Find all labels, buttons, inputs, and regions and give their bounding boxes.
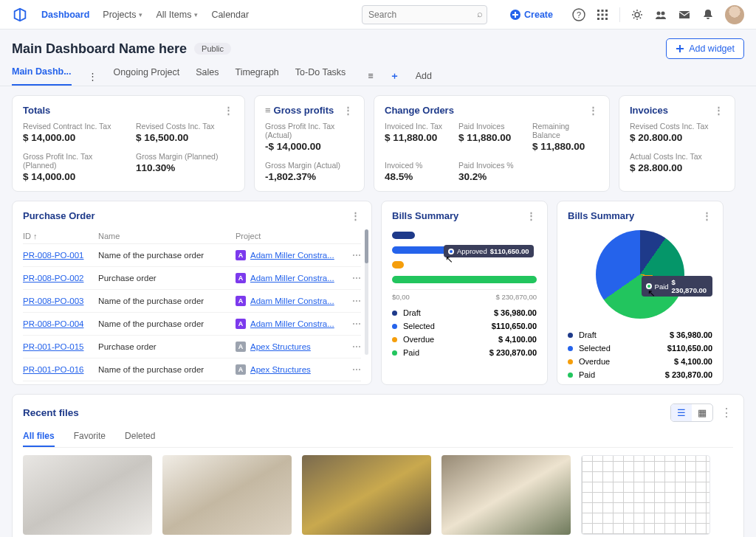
po-id-link[interactable]: PR-001-PO-015 xyxy=(23,342,83,351)
file-thumbnail[interactable] xyxy=(162,455,292,535)
apps-grid-icon[interactable] xyxy=(596,8,609,21)
card-kebab[interactable]: ⋮ xyxy=(714,105,724,116)
page-title: Main Dashboard Name here xyxy=(12,41,187,57)
bills-bar-chart: Approved$110,650.00 ↖ xyxy=(392,227,537,286)
tab-add[interactable]: Add xyxy=(416,71,432,81)
svg-rect-6 xyxy=(597,13,599,15)
file-tab-deleted[interactable]: Deleted xyxy=(125,426,155,447)
metric-label: Gross Margin (Planned) xyxy=(136,152,234,161)
nav-calendar[interactable]: Calendar xyxy=(211,10,249,20)
metric-value: 110.30% xyxy=(136,162,234,173)
row-kebab[interactable]: ⋯ xyxy=(352,296,361,306)
card-kebab[interactable]: ⋮ xyxy=(588,105,599,116)
divider xyxy=(619,7,620,22)
pie[interactable] xyxy=(596,230,684,319)
legend-row: Selected$110,650.00 xyxy=(392,322,537,330)
card-kebab[interactable]: ⋮ xyxy=(224,105,234,116)
table-row[interactable]: PR-008-PO-004Name of the purchase orderA… xyxy=(23,313,361,336)
list-view-button[interactable]: ☰ xyxy=(671,404,692,421)
project-link[interactable]: Apex Structures xyxy=(250,365,311,374)
bar-draft[interactable] xyxy=(392,232,415,239)
gear-icon[interactable] xyxy=(630,8,644,21)
scrollthumb[interactable] xyxy=(365,229,368,263)
file-thumbnail[interactable] xyxy=(441,455,571,535)
view-toggle: ☰ ▦ xyxy=(670,403,713,422)
user-avatar[interactable] xyxy=(725,5,744,24)
bell-icon[interactable] xyxy=(701,8,715,21)
card-kebab[interactable]: ⋮ xyxy=(721,406,733,420)
project-link[interactable]: Adam Miller Constra... xyxy=(250,274,334,283)
po-col-id[interactable]: ID ↑ xyxy=(23,232,98,240)
metric-value: $ 28.800.00 xyxy=(630,162,724,173)
file-thumbnail[interactable] xyxy=(23,455,152,535)
scrollbar[interactable] xyxy=(365,229,368,355)
bar-paid[interactable] xyxy=(392,276,537,283)
metric-value: -$ 14,000.00 xyxy=(265,141,354,152)
po-id-link[interactable]: PR-008-PO-002 xyxy=(23,274,83,283)
file-tab-favorite[interactable]: Favorite xyxy=(74,426,106,447)
bar-overdue[interactable] xyxy=(392,261,404,268)
metric-value: 30.2% xyxy=(458,171,525,182)
table-row[interactable]: PR-008-PO-002Purchase orderAAdam Miller … xyxy=(23,267,361,290)
table-row[interactable]: PR-001-PO-016Name of the purchase orderA… xyxy=(23,358,361,381)
po-col-project[interactable]: Project xyxy=(236,232,354,240)
table-row[interactable]: PR-008-PO-003Name of the purchase orderA… xyxy=(23,290,361,313)
project-link[interactable]: Adam Miller Constra... xyxy=(250,251,334,260)
file-thumbnail[interactable] xyxy=(302,455,431,535)
tab-todo[interactable]: To-Do Tasks xyxy=(295,67,346,85)
project-link[interactable]: Adam Miller Constra... xyxy=(250,297,334,305)
po-id-link[interactable]: PR-008-PO-004 xyxy=(23,319,83,328)
project-link[interactable]: Apex Structures xyxy=(250,342,311,351)
card-purchase-order: Purchase Order⋮ ID ↑ Name Project PR-008… xyxy=(12,201,372,385)
dashboard-tabs: Main Dashb... ⋮ Ongoing Project Sales Ti… xyxy=(0,59,756,86)
file-tab-all[interactable]: All files xyxy=(23,426,55,447)
metric-label: Invoiced Inc. Tax xyxy=(385,122,451,131)
card-kebab[interactable]: ⋮ xyxy=(343,105,354,116)
tab-ongoing-project[interactable]: Ongoing Project xyxy=(114,67,180,85)
add-widget-button[interactable]: Add widget xyxy=(666,38,744,59)
nav-projects[interactable]: Projects▾ xyxy=(103,10,142,20)
tabs-list-icon[interactable]: ≡ xyxy=(368,71,373,81)
po-col-name[interactable]: Name xyxy=(98,232,236,240)
legend-label: Selected xyxy=(403,322,435,330)
nav-all-items[interactable]: All Items▾ xyxy=(156,10,198,20)
card-bills-bar-title: Bills Summary xyxy=(392,210,458,221)
table-row[interactable]: PR-001-PO-015Purchase orderAApex Structu… xyxy=(23,336,361,358)
top-icons: ? xyxy=(572,5,744,24)
tab-main-dashboard[interactable]: Main Dashb... xyxy=(12,66,72,86)
svg-text:?: ? xyxy=(577,10,581,19)
po-id-link[interactable]: PR-001-PO-016 xyxy=(23,365,83,374)
create-button[interactable]: Create xyxy=(509,9,553,21)
table-row[interactable]: PR-008-PO-001Name of the purchase orderA… xyxy=(23,244,361,267)
nav-dashboard[interactable]: Dashboard xyxy=(41,10,89,20)
bills-pie-legend: Draft$ 36,980.00Selected$110,650.00Overd… xyxy=(568,330,712,379)
help-icon[interactable]: ? xyxy=(572,8,585,21)
search-input[interactable] xyxy=(362,5,487,24)
row-kebab[interactable]: ⋯ xyxy=(352,273,361,283)
metric-label: Gross Profit Inc. Tax (Planned) xyxy=(23,152,121,170)
po-id-link[interactable]: PR-008-PO-001 xyxy=(23,251,83,260)
mail-icon[interactable] xyxy=(678,8,691,21)
card-kebab[interactable]: ⋮ xyxy=(526,210,537,221)
po-name: Name of the purchase order xyxy=(98,297,236,305)
tabs-plus-icon[interactable]: ＋ xyxy=(390,70,399,83)
project-badge: A xyxy=(236,364,246,375)
card-kebab[interactable]: ⋮ xyxy=(351,210,361,221)
drag-icon[interactable]: ≡ xyxy=(265,105,271,116)
po-id-link[interactable]: PR-008-PO-003 xyxy=(23,297,83,305)
tab-main-kebab[interactable]: ⋮ xyxy=(88,71,97,82)
tab-sales[interactable]: Sales xyxy=(196,67,219,85)
project-link[interactable]: Adam Miller Constra... xyxy=(250,319,334,328)
row-kebab[interactable]: ⋯ xyxy=(352,319,361,329)
metric-label: Gross Margin (Actual) xyxy=(265,161,354,170)
tab-timegraph[interactable]: Timegraph xyxy=(236,67,279,85)
card-invoices-title: Invoices xyxy=(630,105,668,116)
row-kebab[interactable]: ⋯ xyxy=(352,342,361,352)
row-kebab[interactable]: ⋯ xyxy=(352,250,361,260)
grid-view-button[interactable]: ▦ xyxy=(692,404,712,421)
metric-value: $ 11,880.00 xyxy=(458,132,525,143)
file-thumbnail[interactable] xyxy=(581,455,710,535)
card-kebab[interactable]: ⋮ xyxy=(702,210,712,221)
row-kebab[interactable]: ⋯ xyxy=(352,364,361,375)
people-icon[interactable] xyxy=(654,8,667,21)
